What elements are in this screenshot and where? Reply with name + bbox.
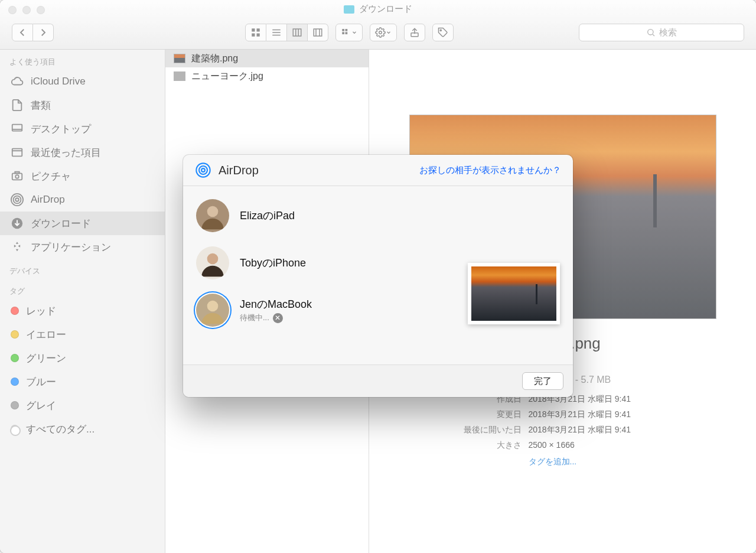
- tag-dot-icon: [11, 401, 19, 409]
- svg-point-17: [379, 31, 382, 34]
- sheet-footer: 完了: [183, 365, 573, 397]
- view-columns-button[interactable]: [287, 24, 308, 41]
- svg-line-21: [653, 34, 654, 36]
- sheet-header: AirDrop お探しの相手が表示されませんか？: [183, 155, 573, 186]
- titlebar: ダウンロード: [0, 0, 756, 50]
- sidebar-tag-gray[interactable]: グレイ: [0, 393, 165, 417]
- window-title: ダウンロード: [344, 4, 412, 15]
- svg-point-29: [15, 198, 19, 201]
- window-title-text: ダウンロード: [359, 4, 412, 15]
- sidebar-section-favorites: よく使う項目: [0, 50, 165, 70]
- share-button[interactable]: [404, 24, 425, 41]
- sidebar: よく使う項目 iCloud Drive 書類 デスクトップ 最近使った項目 ピク…: [0, 50, 165, 553]
- sidebar-item-icloud-drive[interactable]: iCloud Drive: [0, 70, 165, 93]
- sidebar-item-label: AirDrop: [31, 194, 65, 206]
- sidebar-tag-green[interactable]: グリーン: [0, 346, 165, 370]
- sidebar-item-label: グレイ: [26, 399, 56, 412]
- sidebar-item-label: iCloud Drive: [31, 76, 86, 87]
- sidebar-item-pictures[interactable]: ピクチャ: [0, 164, 165, 188]
- view-mode-group: [245, 24, 328, 41]
- cloud-icon: [11, 75, 24, 88]
- camera-icon: [11, 170, 24, 183]
- meta-label: 最後に開いた日: [439, 422, 522, 437]
- airdrop-icon: [11, 193, 24, 206]
- tag-dot-icon: [11, 378, 19, 386]
- airdrop-help-link[interactable]: お探しの相手が表示されませんか？: [419, 165, 561, 176]
- tag-dot-icon: [11, 330, 19, 339]
- svg-rect-26: [12, 173, 22, 180]
- svg-rect-1: [257, 28, 260, 31]
- documents-icon: [11, 99, 24, 112]
- sidebar-item-label: 書類: [31, 99, 51, 112]
- svg-point-19: [440, 30, 441, 31]
- meta-label: 変更日: [439, 406, 522, 422]
- sidebar-item-applications[interactable]: アプリケーション: [0, 235, 165, 259]
- svg-point-37: [207, 253, 219, 265]
- sidebar-tag-blue[interactable]: ブルー: [0, 370, 165, 393]
- svg-point-34: [199, 166, 207, 174]
- avatar: [196, 294, 229, 327]
- done-button[interactable]: 完了: [522, 372, 563, 390]
- sidebar-item-label: ピクチャ: [31, 170, 71, 183]
- recents-icon: [11, 146, 24, 159]
- arrange-menu-button[interactable]: [335, 24, 363, 41]
- sheet-title-text: AirDrop: [219, 164, 259, 177]
- file-thumb-icon: [174, 71, 185, 81]
- airdrop-recipient[interactable]: ElizaのiPad: [183, 192, 455, 239]
- nav-buttons: [12, 24, 54, 41]
- recipient-name: JenのMacBook: [240, 297, 312, 311]
- airdrop-icon: [195, 162, 211, 178]
- close-window-button[interactable]: [8, 6, 17, 14]
- sidebar-item-label: イエロー: [26, 328, 66, 341]
- cancel-transfer-button[interactable]: ✕: [273, 313, 283, 323]
- sidebar-item-airdrop[interactable]: AirDrop: [0, 188, 165, 212]
- minimize-window-button[interactable]: [22, 6, 31, 14]
- sidebar-tag-red[interactable]: レッド: [0, 299, 165, 323]
- airdrop-sheet: AirDrop お探しの相手が表示されませんか？ ElizaのiPad Toby…: [183, 155, 573, 397]
- view-list-button[interactable]: [266, 24, 287, 41]
- recipient-name: ElizaのiPad: [240, 209, 295, 223]
- airdrop-recipient[interactable]: TobyのiPhone: [183, 239, 455, 287]
- meta-value: 2018年3月21日 水曜日 9:41: [529, 422, 631, 437]
- view-icons-button[interactable]: [245, 24, 266, 41]
- svg-rect-13: [342, 29, 344, 31]
- search-field[interactable]: 検索: [579, 24, 744, 41]
- airdrop-recipient[interactable]: JenのMacBook 待機中... ✕: [183, 287, 455, 334]
- sidebar-section-tags: タグ: [0, 279, 165, 299]
- file-name: ニューヨーク.jpg: [191, 70, 263, 83]
- sheet-thumbnail: [468, 263, 560, 324]
- sidebar-item-label: ダウンロード: [31, 217, 91, 230]
- svg-rect-7: [293, 29, 301, 36]
- tags-button[interactable]: [432, 24, 454, 41]
- sidebar-item-desktop[interactable]: デスクトップ: [0, 117, 165, 141]
- sidebar-item-label: ブルー: [26, 375, 56, 389]
- view-gallery-button[interactable]: [308, 24, 328, 41]
- all-tags-icon: [11, 425, 19, 433]
- svg-point-33: [201, 168, 205, 172]
- sidebar-item-label: レッド: [26, 304, 56, 318]
- sidebar-tag-yellow[interactable]: イエロー: [0, 323, 165, 346]
- file-row[interactable]: ニューヨーク.jpg: [165, 67, 369, 85]
- svg-rect-2: [252, 34, 255, 37]
- meta-value: 2018年3月21日 水曜日 9:41: [529, 406, 631, 422]
- svg-point-36: [207, 206, 219, 217]
- zoom-window-button[interactable]: [37, 6, 45, 14]
- action-menu-button[interactable]: [370, 24, 397, 41]
- desktop-icon: [11, 122, 24, 135]
- nav-forward-button[interactable]: [33, 24, 54, 41]
- nav-back-button[interactable]: [12, 24, 33, 41]
- sidebar-all-tags[interactable]: すべてのタグ...: [0, 417, 165, 441]
- svg-rect-22: [12, 125, 22, 131]
- file-row[interactable]: 建築物.png: [165, 50, 369, 67]
- sidebar-item-documents[interactable]: 書類: [0, 93, 165, 117]
- svg-rect-28: [15, 172, 19, 174]
- sidebar-item-label: アプリケーション: [31, 240, 111, 254]
- sidebar-item-downloads[interactable]: ダウンロード: [0, 212, 165, 235]
- sidebar-item-label: すべてのタグ...: [26, 422, 94, 436]
- sidebar-item-recents[interactable]: 最近使った項目: [0, 141, 165, 164]
- add-tags-link[interactable]: タグを追加...: [529, 454, 577, 469]
- svg-rect-0: [252, 28, 255, 31]
- file-name: 建築物.png: [191, 53, 238, 65]
- file-thumb-icon: [174, 54, 185, 63]
- sidebar-item-label: デスクトップ: [31, 122, 91, 136]
